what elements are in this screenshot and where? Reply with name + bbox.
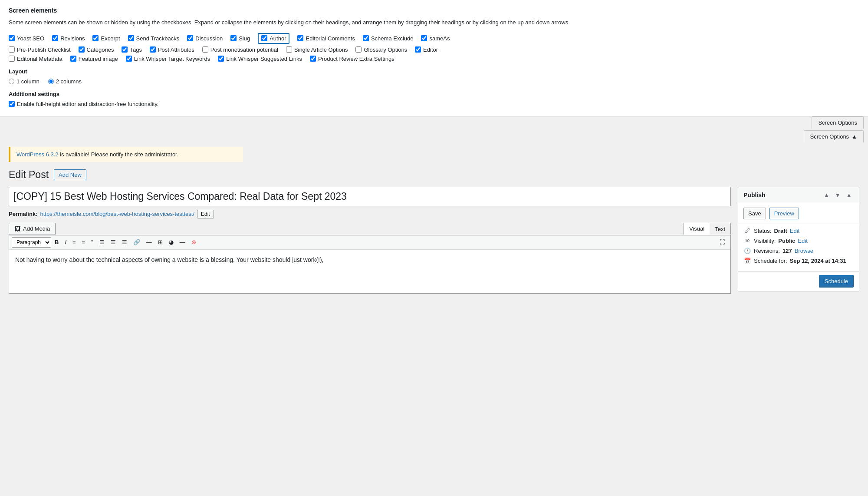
- cb-slug[interactable]: Slug: [230, 35, 250, 42]
- schedule-row: 📅 Schedule for: Sep 12, 2024 at 14:31: [743, 258, 854, 264]
- cb-glossary-options[interactable]: Glossary Options: [355, 46, 407, 53]
- editor-content-text: Not having to worry about the technical …: [15, 255, 724, 265]
- italic-button[interactable]: I: [62, 237, 69, 247]
- permalink-edit-button[interactable]: Edit: [197, 210, 214, 218]
- screen-options-panel: Screen elements Some screen elements can…: [0, 0, 868, 129]
- cb-tags[interactable]: Tags: [122, 46, 141, 53]
- revisions-icon: 🕐: [743, 248, 751, 254]
- blockquote-button[interactable]: ": [89, 237, 96, 247]
- additional-settings-title: Additional settings: [9, 91, 859, 97]
- status-row: 🖊 Status: Draft Edit: [743, 228, 854, 234]
- cb-pre-publish[interactable]: Pre-Publish Checklist: [9, 46, 71, 53]
- cb-excerpt[interactable]: Excerpt: [92, 35, 120, 42]
- page-title: Edit Post: [9, 169, 49, 181]
- preview-button[interactable]: Preview: [769, 208, 799, 219]
- visibility-value: Public: [778, 238, 795, 244]
- cb-full-height-editor[interactable]: Enable full-height editor and distractio…: [9, 101, 852, 107]
- add-new-button[interactable]: Add New: [54, 169, 86, 180]
- cb-schema-exclude[interactable]: Schema Exclude: [363, 35, 414, 42]
- cb-link-whisper-suggested[interactable]: Link Whisper Suggested Links: [218, 56, 302, 62]
- editor-toolbar-top: 🖼 Add Media Visual Text: [9, 223, 731, 235]
- checkbox-row-2: Pre-Publish Checklist Categories Tags Po…: [9, 46, 859, 53]
- publish-box: Publish ▲ ▼ ▲ Save Preview 🖊 Status: Dra…: [738, 187, 859, 291]
- align-right-button[interactable]: ☰: [119, 237, 130, 247]
- table-button[interactable]: ⊞: [155, 237, 165, 247]
- cb-send-trackbacks[interactable]: Send Trackbacks: [128, 35, 180, 42]
- editor-format-bar: Paragraph B I ≡ ≡ " ☰ ☰ ☰ 🔗 — ⊞ ◕ — ⊛ ⛶: [9, 235, 730, 250]
- permalink-label: Permalink:: [9, 211, 37, 217]
- cb-single-article-options[interactable]: Single Article Options: [286, 46, 348, 53]
- screen-elements-title: Screen elements: [9, 7, 859, 14]
- schedule-icon: 📅: [743, 258, 751, 264]
- permalink-url[interactable]: https://themeisle.com/blog/best-web-host…: [40, 211, 194, 217]
- custom-icon-button[interactable]: ⊛: [189, 237, 199, 247]
- cb-discussion[interactable]: Discussion: [187, 35, 223, 42]
- update-notice: WordPress 6.3.2 is available! Please not…: [9, 147, 243, 162]
- align-left-button[interactable]: ☰: [97, 237, 107, 247]
- cb-link-whisper-target[interactable]: Link Whisper Target Keywords: [126, 56, 210, 62]
- fullscreen-button[interactable]: ⛶: [717, 237, 728, 247]
- cb-revisions[interactable]: Revisions: [52, 35, 85, 42]
- visibility-label: Visibility:: [754, 238, 776, 244]
- publish-actions: Save Preview: [738, 203, 859, 224]
- checkbox-row-1: Yoast SEO Revisions Excerpt Send Trackba…: [9, 33, 859, 44]
- publish-collapse-down[interactable]: ▼: [833, 191, 842, 199]
- post-title-input[interactable]: [9, 187, 731, 206]
- cb-yoast-seo[interactable]: Yoast SEO: [9, 35, 44, 42]
- cb-featured-image[interactable]: Featured image: [70, 56, 118, 62]
- cb-categories[interactable]: Categories: [79, 46, 114, 53]
- schedule-label: Schedule for:: [754, 258, 787, 264]
- screen-options-button[interactable]: Screen Options: [812, 116, 864, 129]
- editor-area: Permalink: https://themeisle.com/blog/be…: [9, 187, 731, 294]
- cb-editor[interactable]: Editor: [415, 46, 438, 53]
- additional-settings: Additional settings Enable full-height e…: [9, 91, 859, 107]
- link-button[interactable]: 🔗: [131, 237, 143, 247]
- add-media-button[interactable]: 🖼 Add Media: [9, 223, 56, 235]
- wp-update-link[interactable]: WordPress 6.3.2: [16, 151, 59, 158]
- visibility-edit-link[interactable]: Edit: [798, 238, 807, 244]
- revisions-browse-link[interactable]: Browse: [795, 248, 813, 254]
- main-content: Permalink: https://themeisle.com/blog/be…: [0, 187, 868, 302]
- status-edit-link[interactable]: Edit: [790, 228, 799, 234]
- unordered-list-button[interactable]: ≡: [70, 237, 79, 247]
- add-media-icon: 🖼: [14, 225, 20, 232]
- status-icon: 🖊: [743, 228, 751, 234]
- revisions-count: 127: [783, 248, 792, 254]
- status-value: Draft: [774, 228, 787, 234]
- cb-editorial-comments[interactable]: Editorial Comments: [297, 35, 355, 42]
- sidebar: Publish ▲ ▼ ▲ Save Preview 🖊 Status: Dra…: [738, 187, 859, 294]
- publish-close[interactable]: ▲: [844, 191, 854, 199]
- visibility-icon: 👁: [743, 238, 751, 244]
- bold-button[interactable]: B: [52, 237, 61, 247]
- notice-message: is available! Please notify the site adm…: [59, 151, 179, 158]
- cb-editorial-metadata[interactable]: Editorial Metadata: [9, 56, 62, 62]
- publish-collapse-up[interactable]: ▲: [822, 191, 831, 199]
- cb-post-monetisation[interactable]: Post monetisation potential: [202, 46, 278, 53]
- screen-options-label: Screen Options: [810, 133, 849, 140]
- layout-1col[interactable]: 1 column: [9, 78, 39, 85]
- visibility-row: 👁 Visibility: Public Edit: [743, 238, 854, 244]
- publish-title: Publish: [743, 192, 766, 198]
- tab-visual[interactable]: Visual: [684, 223, 710, 235]
- layout-radio-row: 1 column 2 columns: [9, 78, 859, 85]
- align-center-button[interactable]: ☰: [108, 237, 118, 247]
- cb-post-attributes[interactable]: Post Attributes: [150, 46, 194, 53]
- paragraph-format-select[interactable]: Paragraph: [12, 237, 51, 248]
- revisions-label: Revisions:: [754, 248, 780, 254]
- layout-2col[interactable]: 2 columns: [48, 78, 82, 85]
- ordered-list-button[interactable]: ≡: [79, 237, 88, 247]
- editor-content[interactable]: Not having to worry about the technical …: [9, 250, 730, 293]
- tab-text[interactable]: Text: [710, 223, 730, 235]
- cb-product-review[interactable]: Product Review Extra Settings: [310, 56, 395, 62]
- more-button[interactable]: —: [144, 237, 155, 247]
- add-media-label: Add Media: [23, 225, 50, 232]
- save-button[interactable]: Save: [743, 208, 766, 219]
- screen-options-toggle[interactable]: Screen Options ▲: [804, 130, 864, 142]
- publish-button[interactable]: Schedule: [819, 275, 854, 288]
- cb-sameas[interactable]: sameAs: [421, 35, 450, 42]
- horizontal-rule-button[interactable]: —: [177, 237, 188, 247]
- pie-chart-button[interactable]: ◕: [166, 237, 176, 247]
- visual-text-tabs: Visual Text: [684, 223, 731, 235]
- publish-btn-row: Schedule: [738, 271, 859, 291]
- cb-author[interactable]: Author: [258, 33, 289, 44]
